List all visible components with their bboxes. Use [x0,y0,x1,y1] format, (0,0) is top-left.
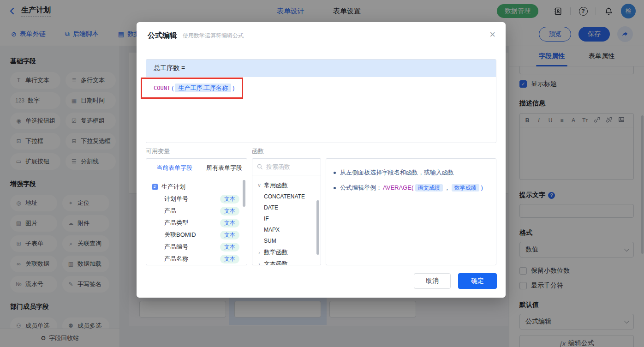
field-type-tag: 文本 [220,231,239,239]
open-paren: ( [172,84,173,91]
formula-expression[interactable]: COUNT(生产工序.工序名称) [146,77,496,99]
modal-header: 公式编辑 使用数学运算符编辑公式 [137,22,506,49]
function-groups-collapsed: › 数学函数 › 文本函数 [257,246,321,265]
function-tree: ∨ 常用函数 CONCATENATE DATE IF MAPX SUM [252,175,321,265]
variables-panel: 当前表单字段 所有表单字段 生产计划 计划单号 文本 产品 文本 [146,158,247,265]
hint-line-2: 公式编辑举例：AVERAGE( 语文成绩，数学成绩 ) [334,183,489,192]
close-icon[interactable]: × [489,30,495,40]
variable-field-row[interactable]: 产品编号 文本 [152,241,247,253]
form-root-node[interactable]: 生产计划 [152,181,247,193]
search-icon [257,164,263,170]
chevron-collapsed-icon: › [257,250,262,255]
function-item[interactable]: IF [257,213,321,224]
variables-rows: 计划单号 文本 产品 文本 产品类型 文本 关联BOMID [152,193,247,265]
variables-tree: 生产计划 计划单号 文本 产品 文本 产品类型 文 [146,177,247,265]
variable-field-row[interactable]: 产品名称 文本 [152,253,247,265]
field-type-tag: 文本 [220,219,239,227]
close-paren: ) [233,84,234,91]
close-paren: ) [481,184,483,191]
scrollbar-thumb[interactable] [243,180,245,207]
functions-label: 函数 [252,147,264,156]
modal-subtitle: 使用数学运算符编辑公式 [183,32,244,40]
function-item[interactable]: DATE [257,202,321,213]
field-token-chip[interactable]: 生产工序.工序名称 [175,84,231,92]
chevron-collapsed-icon: › [257,261,262,266]
search-placeholder: 搜索函数 [266,163,290,171]
tab-all-form-fields[interactable]: 所有表单字段 [206,164,242,172]
chevron-expanded-icon: ∨ [257,182,262,188]
modal-title: 公式编辑 [148,31,177,41]
hint-example: 公式编辑举例：AVERAGE( 语文成绩，数学成绩 ) [340,183,483,192]
scrollbar-thumb[interactable] [316,200,319,255]
formula-edit-modal: 公式编辑 使用数学运算符编辑公式 × 总工序数 = COUNT(生产工序.工序名… [137,22,506,298]
functions-panel: 搜索函数 ∨ 常用函数 CONCATENATE DATE IF MAPX SUM [252,158,321,265]
function-item[interactable]: SUM [257,235,321,246]
formula-function-name[interactable]: COUNT [154,85,170,91]
variables-tabs: 当前表单字段 所有表单字段 [146,159,247,177]
cancel-button[interactable]: 取消 [414,273,451,289]
function-items: CONCATENATE DATE IF MAPX SUM [257,191,321,246]
bullet-icon [334,172,336,174]
example-function-name: AVERAGE( [383,184,413,191]
hint-line-1: 从左侧面板选择字段名和函数，或输入函数 [334,168,489,177]
variable-field-row[interactable]: 关联BOMID 文本 [152,229,247,241]
function-item[interactable]: MAPX [257,224,321,235]
function-search-box[interactable]: 搜索函数 [252,159,321,175]
variable-field-row[interactable]: 产品类型 文本 [152,217,247,229]
example-field-chip: 语文成绩 [415,184,443,191]
tab-current-form-fields[interactable]: 当前表单字段 [156,164,192,172]
document-icon [152,184,158,190]
function-item[interactable]: CONCATENATE [257,191,321,202]
formula-target: 总工序数 = [146,60,496,77]
variables-label: 可用变量 [146,147,170,156]
formula-editor-box[interactable]: 总工序数 = COUNT(生产工序.工序名称) [146,59,496,143]
confirm-button[interactable]: 确定 [458,273,497,289]
example-field-chip: 数学成绩 [452,184,479,191]
variable-field-row[interactable]: 产品 文本 [152,205,247,217]
function-group-collapsed[interactable]: › 数学函数 [257,246,321,258]
field-type-tag: 文本 [220,243,239,251]
field-type-tag: 文本 [220,195,239,203]
function-group-common[interactable]: ∨ 常用函数 [257,179,321,191]
hints-panel: 从左侧面板选择字段名和函数，或输入函数 公式编辑举例：AVERAGE( 语文成绩… [326,158,496,265]
function-group-collapsed[interactable]: › 文本函数 [257,258,321,265]
bullet-icon [334,187,336,189]
variable-field-row[interactable]: 文本 [152,265,247,265]
field-type-tag: 文本 [220,207,239,215]
field-type-tag: 文本 [220,255,239,263]
variable-field-row[interactable]: 计划单号 文本 [152,193,247,205]
